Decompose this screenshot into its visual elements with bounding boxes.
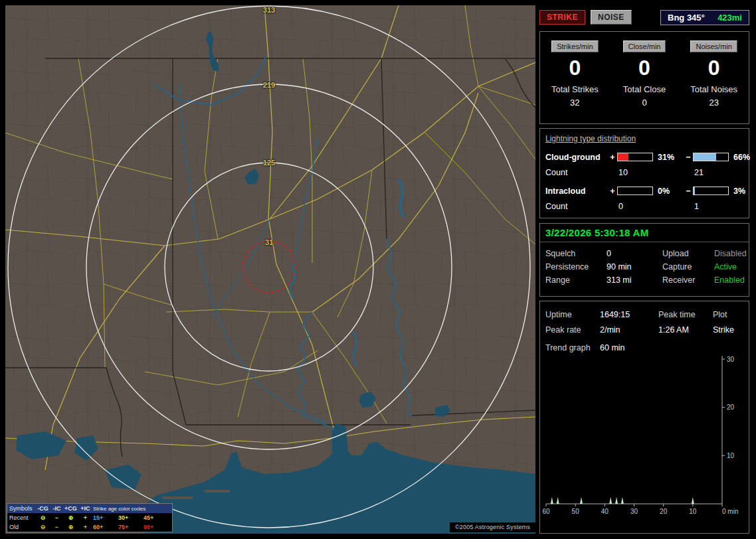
svg-text:40: 40 bbox=[601, 508, 609, 515]
cg-negative-bar bbox=[693, 153, 729, 161]
intracloud-row: Intracloud + 0% − 3% bbox=[545, 183, 743, 198]
receiver-label: Receiver bbox=[662, 275, 714, 285]
upload-label: Upload bbox=[662, 249, 714, 258]
noises-per-min-value: 0 bbox=[679, 57, 749, 78]
status-box: 3/22/2026 5:30:18 AM Squelch 0 Upload Di… bbox=[539, 223, 749, 297]
distance-value: 423mi bbox=[717, 13, 742, 23]
ic-negative-pct: 3% bbox=[730, 187, 754, 196]
noises-column: Noises/min 0 Total Noises 23 bbox=[679, 32, 749, 123]
plus-sign: + bbox=[608, 187, 617, 196]
neg-cg-recent-icon: ⊖ bbox=[36, 514, 50, 522]
plot-value: Strike bbox=[713, 325, 743, 335]
range-receiver-row: Range 313 mi Receiver Enabled bbox=[545, 273, 743, 287]
peak-time-label: Peak time bbox=[658, 310, 713, 319]
persistence-label: Persistence bbox=[545, 262, 607, 271]
divider bbox=[540, 242, 749, 242]
map-legend: Symbols -CG -IC +CG +IC Strike age color… bbox=[7, 503, 173, 532]
distribution-box: Lightning type distribution Cloud-ground… bbox=[539, 128, 749, 218]
radar-map[interactable]: 313 219 125 31 Symbols -CG -IC +CG +IC S… bbox=[5, 5, 535, 534]
neg-cg-old-icon: ⊖ bbox=[36, 523, 50, 532]
range-label: Range bbox=[545, 275, 607, 285]
squelch-upload-row: Squelch 0 Upload Disabled bbox=[545, 247, 743, 260]
legend-header: Symbols -CG -IC +CG +IC Strike age color… bbox=[7, 504, 172, 513]
uptime-label: Uptime bbox=[545, 310, 600, 319]
persistence-capture-row: Persistence 90 min Capture Active bbox=[545, 260, 743, 273]
legend-col-neg-ic: -IC bbox=[50, 504, 64, 513]
svg-text:30: 30 bbox=[630, 508, 638, 515]
age-30-label: 30+ bbox=[118, 514, 143, 522]
close-per-min-button[interactable]: Close/min bbox=[623, 40, 666, 52]
minus-sign: − bbox=[684, 187, 693, 196]
total-noises-label: Total Noises bbox=[679, 84, 749, 94]
intracloud-count-row: Count 0 1 bbox=[545, 198, 743, 214]
legend-col-pos-cg: +CG bbox=[64, 504, 78, 513]
pos-cg-recent-icon: ⊕ bbox=[64, 514, 78, 522]
minus-sign: − bbox=[684, 153, 693, 162]
plus-sign: + bbox=[608, 153, 617, 162]
ic-count-label: Count bbox=[545, 202, 608, 211]
total-strikes-value: 32 bbox=[540, 98, 610, 108]
cloud-ground-label: Cloud-ground bbox=[545, 153, 608, 162]
total-close-value: 0 bbox=[610, 98, 680, 108]
noises-per-min-button[interactable]: Noises/min bbox=[690, 40, 737, 52]
legend-old-label: Old bbox=[9, 523, 36, 532]
cg-positive-pct: 31% bbox=[654, 153, 684, 162]
peak-rate-value: 2/min bbox=[600, 325, 658, 335]
legend-col-neg-cg: -CG bbox=[36, 504, 50, 513]
ic-positive-pct: 0% bbox=[654, 187, 684, 196]
noise-indicator-button[interactable]: NOISE bbox=[591, 10, 632, 25]
total-strikes-label: Total Strikes bbox=[540, 84, 610, 94]
peak-time-value: 1:26 AM bbox=[658, 325, 713, 335]
cg-positive-bar bbox=[617, 153, 653, 161]
total-noises-value: 23 bbox=[679, 98, 749, 108]
cloud-ground-row: Cloud-ground + 31% − 66% bbox=[545, 149, 743, 165]
map-canvas[interactable] bbox=[5, 5, 535, 534]
strikes-per-min-button[interactable]: Strikes/min bbox=[551, 40, 598, 52]
legend-col-pos-ic: +IC bbox=[78, 504, 93, 513]
intracloud-label: Intracloud bbox=[545, 187, 608, 196]
svg-text:50: 50 bbox=[572, 508, 580, 515]
ic-positive-bar bbox=[617, 187, 653, 195]
cg-negative-pct: 66% bbox=[730, 153, 754, 162]
legend-age-header: Strike age color codes bbox=[93, 504, 169, 513]
squelch-label: Squelch bbox=[545, 249, 607, 258]
upload-value: Disabled bbox=[714, 249, 747, 258]
copyright-text: ©2005 Astrogenic Systems bbox=[450, 522, 535, 532]
right-panel: STRIKE NOISE Bng 345° 423mi Strikes/min … bbox=[539, 0, 751, 539]
peak-rate-row: Peak rate 2/min 1:26 AM Strike bbox=[545, 322, 743, 337]
legend-recent-label: Recent bbox=[9, 514, 36, 522]
svg-text:10: 10 bbox=[689, 508, 697, 515]
strike-indicator-button[interactable]: STRIKE bbox=[539, 10, 585, 25]
legend-row-old: Old ⊖ − ⊕ + 60+ 75+ 90+ bbox=[7, 522, 172, 532]
cg-negative-count: 21 bbox=[693, 168, 730, 177]
bearing-value: Bng 345° bbox=[668, 13, 705, 23]
cloud-ground-count-row: Count 10 21 bbox=[545, 165, 743, 180]
uptime-row: Uptime 1649:15 Peak time Plot bbox=[545, 307, 743, 322]
trend-chart: 3020106050403020100 min bbox=[541, 351, 749, 525]
age-15-label: 15+ bbox=[93, 514, 118, 522]
svg-text:60: 60 bbox=[542, 508, 550, 515]
age-60-label: 60+ bbox=[93, 523, 118, 532]
stats-box: Uptime 1649:15 Peak time Plot Peak rate … bbox=[539, 301, 749, 534]
ic-negative-count: 1 bbox=[693, 202, 730, 211]
close-per-min-value: 0 bbox=[610, 57, 680, 78]
svg-text:20: 20 bbox=[727, 404, 735, 411]
datetime-display: 3/22/2026 5:30:18 AM bbox=[545, 227, 743, 238]
pos-cg-old-icon: ⊕ bbox=[64, 523, 78, 532]
total-close-label: Total Close bbox=[610, 84, 680, 94]
cg-count-label: Count bbox=[545, 168, 608, 177]
pos-ic-old-icon: + bbox=[78, 523, 93, 532]
ic-positive-count: 0 bbox=[617, 202, 654, 211]
strikes-per-min-value: 0 bbox=[540, 57, 610, 78]
svg-text:0 min: 0 min bbox=[722, 508, 738, 515]
svg-text:10: 10 bbox=[727, 452, 735, 459]
persistence-value: 90 min bbox=[607, 262, 662, 271]
close-column: Close/min 0 Total Close 0 bbox=[610, 32, 680, 123]
svg-text:30: 30 bbox=[727, 356, 735, 363]
legend-symbols-header: Symbols bbox=[9, 504, 36, 513]
svg-text:20: 20 bbox=[660, 508, 668, 515]
pos-ic-recent-icon: + bbox=[78, 514, 93, 522]
legend-row-recent: Recent ⊖ − ⊕ + 15+ 30+ 45+ bbox=[7, 513, 172, 522]
distribution-title: Lightning type distribution bbox=[545, 134, 743, 143]
receiver-value: Enabled bbox=[714, 275, 745, 285]
